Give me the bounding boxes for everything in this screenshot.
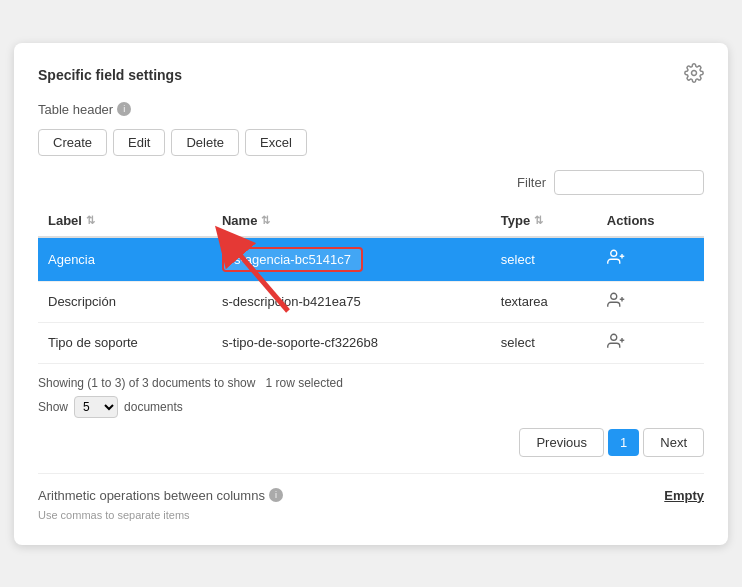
arithmetic-label: Arithmetic operations between columns i (38, 488, 283, 503)
next-button[interactable]: Next (643, 428, 704, 457)
cell-name: s-tipo-de-soporte-cf3226b8 (212, 322, 491, 363)
svg-point-0 (692, 70, 697, 75)
col-actions: Actions (597, 205, 704, 237)
cell-actions[interactable] (597, 281, 704, 322)
col-type: Type ⇅ (491, 205, 597, 237)
footer-section: Showing (1 to 3) of 3 documents to show … (38, 376, 704, 418)
cell-label: Tipo de soporte (38, 322, 212, 363)
card-title: Specific field settings (38, 67, 182, 83)
use-commas-label: Use commas to separate items (38, 509, 704, 521)
cell-actions[interactable] (597, 322, 704, 363)
actions-icon-row2[interactable] (607, 295, 625, 312)
col-label: Label ⇅ (38, 205, 212, 237)
create-button[interactable]: Create (38, 129, 107, 156)
actions-icon-row3[interactable] (607, 336, 625, 353)
empty-label: Empty (664, 488, 704, 503)
cell-name: s-agencia-bc5141c7 (212, 237, 491, 282)
cell-name: s-descripcion-b421ea75 (212, 281, 491, 322)
toolbar: Create Edit Delete Excel (38, 129, 704, 156)
table-row[interactable]: Tipo de soporte s-tipo-de-soporte-cf3226… (38, 322, 704, 363)
arithmetic-row: Arithmetic operations between columns i … (38, 488, 704, 503)
bottom-section: Arithmetic operations between columns i … (38, 473, 704, 521)
page-1-button[interactable]: 1 (608, 429, 639, 456)
table-header-label: Table header (38, 102, 113, 117)
filter-row: Filter (38, 170, 704, 195)
table-body: Agencia s-agencia-bc5141c7 select (38, 237, 704, 364)
svg-point-7 (611, 334, 617, 340)
arithmetic-info-icon[interactable]: i (269, 488, 283, 502)
actions-icon-row1[interactable] (607, 252, 625, 269)
table-header-info-icon[interactable]: i (117, 102, 131, 116)
filter-input[interactable] (554, 170, 704, 195)
table-row[interactable]: Descripción s-descripcion-b421ea75 texta… (38, 281, 704, 322)
cell-label: Descripción (38, 281, 212, 322)
show-select[interactable]: 5 10 25 (74, 396, 118, 418)
col-name: Name ⇅ (212, 205, 491, 237)
data-table: Label ⇅ Name ⇅ Type ⇅ Actions (38, 205, 704, 364)
footer-info: Showing (1 to 3) of 3 documents to show … (38, 376, 704, 390)
svg-point-1 (611, 250, 617, 256)
table-head: Label ⇅ Name ⇅ Type ⇅ Actions (38, 205, 704, 237)
showing-text: Showing (1 to 3) of 3 documents to show (38, 376, 255, 390)
cell-type: select (491, 237, 597, 282)
settings-icon[interactable] (684, 63, 704, 88)
delete-button[interactable]: Delete (171, 129, 239, 156)
selected-text: 1 row selected (265, 376, 342, 390)
sort-icon-label: ⇅ (86, 214, 95, 227)
cell-actions[interactable] (597, 237, 704, 282)
filter-label: Filter (517, 175, 546, 190)
cell-label: Agencia (38, 237, 212, 282)
cell-type: select (491, 322, 597, 363)
svg-point-4 (611, 293, 617, 299)
previous-button[interactable]: Previous (519, 428, 604, 457)
sort-icon-name: ⇅ (261, 214, 270, 227)
table-header-row: Label ⇅ Name ⇅ Type ⇅ Actions (38, 205, 704, 237)
show-label: Show (38, 400, 68, 414)
excel-button[interactable]: Excel (245, 129, 307, 156)
show-row: Show 5 10 25 documents (38, 396, 704, 418)
cell-type: textarea (491, 281, 597, 322)
edit-button[interactable]: Edit (113, 129, 165, 156)
card-header: Specific field settings (38, 63, 704, 88)
table-header-section: Table header i (38, 102, 704, 117)
pagination: Previous 1 Next (38, 428, 704, 457)
table-row[interactable]: Agencia s-agencia-bc5141c7 select (38, 237, 704, 282)
documents-label: documents (124, 400, 183, 414)
sort-icon-type: ⇅ (534, 214, 543, 227)
